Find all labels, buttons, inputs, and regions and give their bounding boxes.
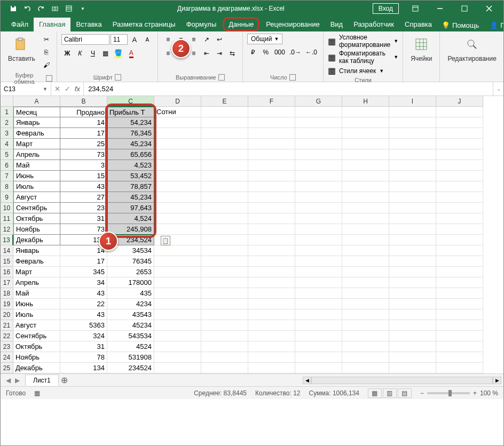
cell[interactable]	[389, 192, 436, 203]
cell[interactable]	[248, 320, 295, 331]
percent-icon[interactable]: %	[260, 46, 272, 58]
row-header[interactable]: 15	[1, 256, 13, 267]
cell[interactable]	[436, 181, 483, 192]
row-header[interactable]: 6	[1, 160, 13, 171]
cell[interactable]	[389, 277, 436, 288]
cell[interactable]	[342, 256, 389, 267]
cell[interactable]	[295, 288, 342, 299]
cell-styles-button[interactable]: ▦Стили ячеек▼	[328, 66, 384, 76]
cell[interactable]	[342, 245, 389, 256]
tab-help[interactable]: Справка	[399, 18, 437, 31]
font-launcher[interactable]	[115, 74, 121, 81]
cell[interactable]: 78,857	[107, 181, 154, 192]
cut-icon[interactable]: ✂	[41, 34, 52, 45]
cell[interactable]	[295, 181, 342, 192]
cell[interactable]: Сотни	[154, 107, 201, 117]
view-page-layout-icon[interactable]: ▥	[383, 388, 397, 398]
row-header[interactable]: 21	[1, 320, 13, 331]
cell[interactable]: 31	[60, 213, 107, 224]
cell[interactable]	[295, 139, 342, 149]
cell[interactable]	[436, 299, 483, 309]
cell[interactable]	[248, 107, 295, 117]
cell[interactable]: Декабрь	[13, 235, 60, 245]
orientation-icon[interactable]: ↗	[201, 34, 212, 45]
cell[interactable]	[248, 192, 295, 203]
cell[interactable]	[342, 117, 389, 128]
cell[interactable]	[201, 299, 248, 309]
cell[interactable]: Январь	[13, 245, 60, 256]
cell[interactable]: 4234	[107, 299, 154, 309]
fill-color-icon[interactable]: 🪣	[113, 47, 124, 59]
cell[interactable]: 43	[60, 288, 107, 299]
cell[interactable]	[436, 128, 483, 139]
cell[interactable]	[154, 341, 201, 352]
cell[interactable]	[201, 309, 248, 320]
cell[interactable]	[342, 309, 389, 320]
cell[interactable]	[201, 363, 248, 373]
cell[interactable]	[436, 235, 483, 245]
cell[interactable]	[342, 213, 389, 224]
row-header[interactable]: 11	[1, 213, 13, 224]
column-header[interactable]: H	[342, 96, 389, 107]
cell[interactable]	[389, 267, 436, 277]
bold-button[interactable]: Ж	[61, 47, 73, 59]
cell[interactable]	[436, 331, 483, 341]
tab-page-layout[interactable]: Разметка страницы	[107, 18, 181, 31]
cell[interactable]	[248, 235, 295, 245]
cell[interactable]	[342, 320, 389, 331]
cell[interactable]	[201, 117, 248, 128]
column-header[interactable]: F	[248, 96, 295, 107]
cell[interactable]: 22	[60, 299, 107, 309]
zoom-out-icon[interactable]: −	[420, 389, 424, 397]
cell[interactable]	[201, 203, 248, 213]
cell[interactable]	[201, 181, 248, 192]
sheet-nav[interactable]: ◀▶	[1, 377, 25, 384]
cell[interactable]	[295, 320, 342, 331]
cell[interactable]	[436, 139, 483, 149]
select-all-corner[interactable]	[1, 96, 13, 107]
view-page-break-icon[interactable]: ▤	[398, 388, 412, 398]
cell[interactable]	[248, 224, 295, 235]
decrease-font-icon[interactable]: A	[141, 34, 153, 45]
cell[interactable]	[342, 107, 389, 117]
cell[interactable]	[201, 107, 248, 117]
cell[interactable]: 178000	[107, 277, 154, 288]
wrap-text-icon[interactable]: ↩	[214, 34, 225, 45]
row-header[interactable]: 9	[1, 192, 13, 203]
cell[interactable]	[248, 288, 295, 299]
cell[interactable]	[154, 352, 201, 363]
cell[interactable]	[201, 213, 248, 224]
cell[interactable]	[201, 235, 248, 245]
cell[interactable]	[154, 256, 201, 267]
enter-formula-icon[interactable]: ✓	[65, 85, 70, 93]
cell[interactable]: Март	[13, 267, 60, 277]
cell[interactable]	[436, 245, 483, 256]
conditional-format-button[interactable]: ▦Условное форматирование▼	[328, 34, 398, 49]
cell[interactable]	[248, 245, 295, 256]
camera-icon[interactable]	[49, 2, 61, 15]
merge-icon[interactable]: ⇆	[226, 47, 238, 59]
cell[interactable]	[436, 192, 483, 203]
cell[interactable]: 25	[60, 139, 107, 149]
cell[interactable]	[342, 224, 389, 235]
cell[interactable]	[295, 203, 342, 213]
cell[interactable]: Ноябрь	[13, 224, 60, 235]
cell[interactable]	[342, 192, 389, 203]
cell[interactable]	[295, 256, 342, 267]
cell[interactable]: 34	[60, 277, 107, 288]
cell[interactable]: Прибыль Т	[107, 107, 154, 117]
decrease-decimal-icon[interactable]: ←.0	[304, 46, 319, 58]
cell[interactable]: 45,234	[107, 192, 154, 203]
cell[interactable]: 17	[60, 128, 107, 139]
cell[interactable]	[154, 139, 201, 149]
tab-review[interactable]: Рецензирование	[261, 18, 325, 31]
row-header[interactable]: 23	[1, 341, 13, 352]
cell[interactable]: 43	[60, 181, 107, 192]
cell[interactable]	[342, 139, 389, 149]
cell[interactable]	[248, 171, 295, 181]
format-as-table-button[interactable]: ▦Форматировать как таблицу▼	[328, 50, 398, 65]
cell[interactable]: Май	[13, 288, 60, 299]
cell[interactable]	[201, 320, 248, 331]
increase-indent-icon[interactable]: ⇥	[214, 47, 225, 59]
cell[interactable]: Октябрь	[13, 213, 60, 224]
